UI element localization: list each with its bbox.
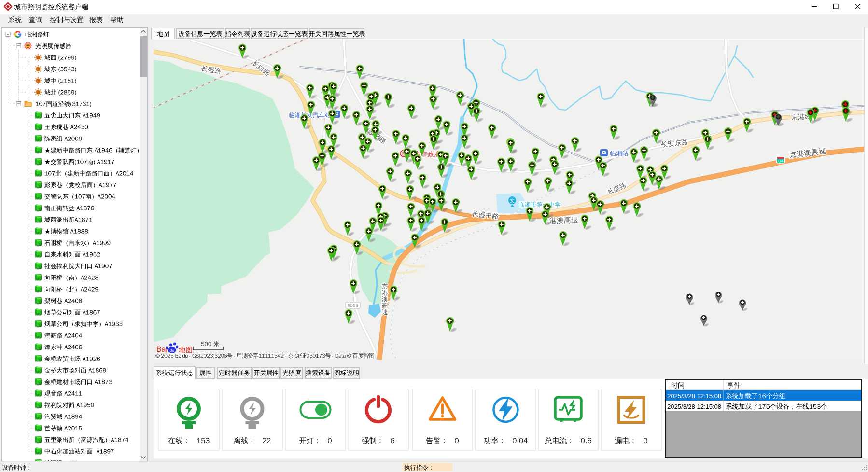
svg-text:2025/3/28 12:15:08: 2025/3/28 12:15:08: [667, 392, 721, 400]
svg-text:2025/3/28 12:15:08: 2025/3/28 12:15:08: [667, 403, 721, 410]
